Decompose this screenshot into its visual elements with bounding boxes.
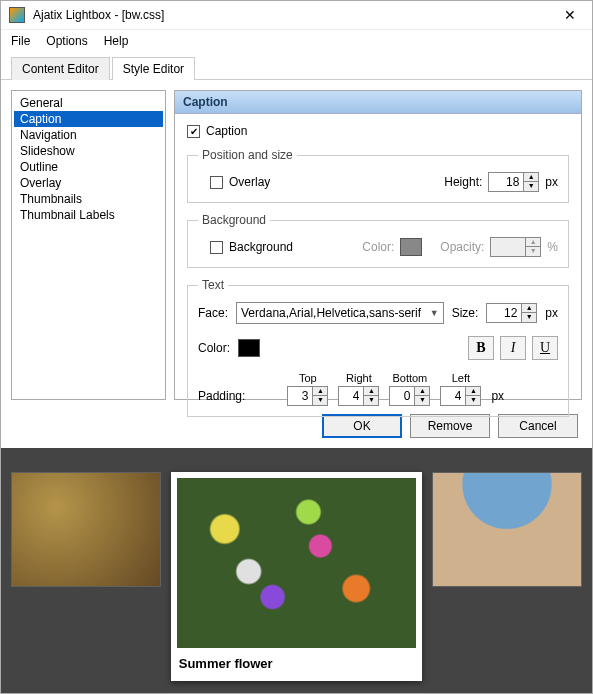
cat-navigation[interactable]: Navigation [14, 127, 163, 143]
pad-unit: px [491, 389, 504, 406]
menu-options[interactable]: Options [46, 34, 87, 48]
height-input[interactable] [488, 172, 524, 192]
cat-outline[interactable]: Outline [14, 159, 163, 175]
pane-title: Caption [175, 91, 581, 114]
background-legend: Background [198, 213, 270, 227]
menu-file[interactable]: File [11, 34, 30, 48]
face-value: Verdana,Arial,Helvetica,sans-serif [241, 306, 421, 320]
caption-checkbox[interactable]: ✔ [187, 125, 200, 138]
pad-left-label: Left [452, 372, 470, 384]
window-title: Ajatix Lightbox - [bw.css] [33, 8, 556, 22]
cat-overlay[interactable]: Overlay [14, 175, 163, 191]
text-color-label: Color: [198, 341, 230, 355]
bg-opacity-unit: % [547, 240, 558, 254]
italic-button[interactable]: I [500, 336, 526, 360]
cancel-button[interactable]: Cancel [498, 414, 578, 438]
size-down[interactable]: ▼ [522, 313, 536, 322]
bg-color-label: Color: [362, 240, 394, 254]
preview-caption: Summer flower [177, 648, 417, 675]
cat-general[interactable]: General [14, 95, 163, 111]
bold-button[interactable]: B [468, 336, 494, 360]
text-color-swatch[interactable] [238, 339, 260, 357]
bg-opacity-input [490, 237, 526, 257]
pad-top-input[interactable] [287, 386, 313, 406]
close-button[interactable]: ✕ [556, 7, 584, 23]
tabs: Content Editor Style Editor [1, 56, 592, 80]
pad-bottom-stepper[interactable]: ▲▼ [389, 386, 430, 406]
pad-bottom-label: Bottom [392, 372, 427, 384]
pad-right-label: Right [346, 372, 372, 384]
ok-button[interactable]: OK [322, 414, 402, 438]
height-down[interactable]: ▼ [524, 182, 538, 191]
cat-caption[interactable]: Caption [14, 111, 163, 127]
tab-style-editor[interactable]: Style Editor [112, 57, 195, 80]
text-legend: Text [198, 278, 228, 292]
bg-opacity-label: Opacity: [440, 240, 484, 254]
height-unit: px [545, 175, 558, 189]
pad-top-label: Top [299, 372, 317, 384]
menubar: File Options Help [1, 30, 592, 54]
category-list: General Caption Navigation Slideshow Out… [11, 90, 166, 400]
caption-checkbox-label: Caption [206, 124, 247, 138]
overlay-label: Overlay [229, 175, 270, 189]
app-icon [9, 7, 25, 23]
pad-left-stepper[interactable]: ▲▼ [440, 386, 481, 406]
pad-bottom-input[interactable] [389, 386, 415, 406]
height-up[interactable]: ▲ [524, 173, 538, 182]
face-label: Face: [198, 306, 228, 320]
underline-button[interactable]: U [532, 336, 558, 360]
size-label: Size: [452, 306, 479, 320]
preview-thumb-next[interactable] [432, 472, 582, 587]
size-input[interactable] [486, 303, 522, 323]
menu-help[interactable]: Help [104, 34, 129, 48]
titlebar: Ajatix Lightbox - [bw.css] ✕ [1, 1, 592, 30]
cat-slideshow[interactable]: Slideshow [14, 143, 163, 159]
tab-content-editor[interactable]: Content Editor [11, 57, 110, 80]
remove-button[interactable]: Remove [410, 414, 490, 438]
chevron-down-icon: ▼ [430, 308, 439, 318]
height-stepper[interactable]: ▲▼ [488, 172, 539, 192]
pad-right-stepper[interactable]: ▲▼ [338, 386, 379, 406]
settings-pane: Caption ✔ Caption Position and size Over… [174, 90, 582, 400]
face-select[interactable]: Verdana,Arial,Helvetica,sans-serif ▼ [236, 302, 444, 324]
position-size-group: Position and size Overlay Height: ▲▼ px [187, 148, 569, 203]
size-unit: px [545, 306, 558, 320]
preview-thumb-prev[interactable] [11, 472, 161, 587]
bg-color-swatch [400, 238, 422, 256]
pad-top-stepper[interactable]: ▲▼ [287, 386, 328, 406]
overlay-checkbox[interactable] [210, 176, 223, 189]
background-group: Background Background Color: Opacity: [187, 213, 569, 268]
bg-opacity-stepper: ▲▼ [490, 237, 541, 257]
padding-label: Padding: [198, 389, 245, 406]
position-size-legend: Position and size [198, 148, 297, 162]
preview-area: Summer flower [1, 448, 592, 693]
cat-thumbnail-labels[interactable]: Thumbnail Labels [14, 207, 163, 223]
pad-right-input[interactable] [338, 386, 364, 406]
cat-thumbnails[interactable]: Thumbnails [14, 191, 163, 207]
size-up[interactable]: ▲ [522, 304, 536, 313]
height-label: Height: [444, 175, 482, 189]
preview-card: Summer flower [171, 472, 423, 681]
background-label: Background [229, 240, 293, 254]
text-group: Text Face: Verdana,Arial,Helvetica,sans-… [187, 278, 569, 417]
preview-image [177, 478, 417, 648]
size-stepper[interactable]: ▲▼ [486, 303, 537, 323]
background-checkbox[interactable] [210, 241, 223, 254]
pad-left-input[interactable] [440, 386, 466, 406]
